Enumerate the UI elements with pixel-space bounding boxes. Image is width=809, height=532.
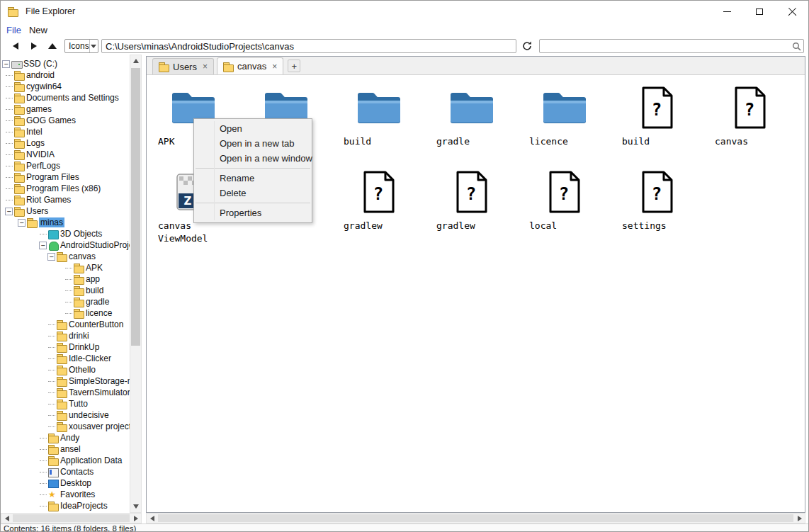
tree-item[interactable]: Program Files (x86) bbox=[1, 183, 130, 194]
tree-expander-icon[interactable] bbox=[39, 434, 47, 442]
tree-item[interactable]: − minas bbox=[1, 217, 130, 228]
new-tab-button[interactable]: + bbox=[288, 60, 300, 72]
tree-item[interactable]: SimpleStorage-m bbox=[1, 375, 130, 387]
tree-hscrollbar-thumb[interactable] bbox=[13, 514, 130, 522]
tree-expander-icon[interactable] bbox=[64, 287, 72, 295]
close-button[interactable] bbox=[776, 1, 808, 22]
tree-expander-icon[interactable] bbox=[64, 264, 72, 272]
scroll-down-button[interactable] bbox=[130, 501, 141, 512]
tree-expander-icon[interactable] bbox=[47, 378, 55, 385]
tree-vertical-scrollbar[interactable] bbox=[130, 55, 142, 513]
tree-expander-icon[interactable] bbox=[47, 332, 55, 340]
tree-item[interactable]: TavernSimulator bbox=[1, 387, 130, 398]
tree-item[interactable]: Tutto bbox=[1, 398, 130, 409]
tab-close-icon[interactable]: × bbox=[272, 62, 277, 71]
up-button[interactable] bbox=[43, 39, 62, 53]
tree-item[interactable]: Logs bbox=[1, 137, 130, 149]
file-item-licence[interactable]: licence bbox=[518, 84, 611, 169]
address-bar[interactable] bbox=[101, 39, 516, 53]
scroll-left-button[interactable] bbox=[147, 514, 157, 523]
tree-expander-icon[interactable] bbox=[5, 128, 13, 136]
tab-close-icon[interactable]: × bbox=[203, 62, 208, 71]
file-item-gradlew-1[interactable]: ? gradlew bbox=[332, 169, 425, 253]
tree-item[interactable]: Riot Games bbox=[1, 194, 130, 205]
tree-expander-icon[interactable] bbox=[39, 468, 47, 476]
back-button[interactable] bbox=[6, 39, 25, 53]
file-item-local[interactable]: ? local bbox=[518, 169, 611, 253]
menu-file[interactable]: File bbox=[6, 25, 21, 35]
main-hscrollbar-thumb[interactable] bbox=[158, 514, 793, 522]
tree-horizontal-scrollbar[interactable] bbox=[1, 513, 142, 523]
tree-expander-icon[interactable] bbox=[39, 457, 47, 465]
tree-expander-icon[interactable] bbox=[5, 83, 13, 91]
search-input[interactable] bbox=[539, 39, 804, 53]
tree-expander-icon[interactable] bbox=[64, 310, 72, 317]
tree-item[interactable]: − SSD (C:) bbox=[1, 58, 130, 69]
tree-expander-icon[interactable] bbox=[5, 196, 13, 204]
tree-expander-icon[interactable] bbox=[5, 162, 13, 170]
tree-expander-icon[interactable] bbox=[5, 72, 13, 79]
tree-expander-icon[interactable] bbox=[47, 400, 55, 408]
tree-item[interactable]: − AndroidStudioProject bbox=[1, 239, 130, 251]
tree-item[interactable]: cygwin64 bbox=[1, 81, 130, 92]
forward-button[interactable] bbox=[25, 39, 43, 53]
file-item-gradle[interactable]: gradle bbox=[425, 84, 518, 169]
tree-expander-icon[interactable] bbox=[47, 321, 55, 329]
tree-item[interactable]: Application Data bbox=[1, 455, 130, 466]
file-item-canvas-file[interactable]: ? canvas bbox=[703, 84, 796, 169]
tab-canvas[interactable]: canvas × bbox=[217, 57, 283, 74]
tree-expander-icon[interactable] bbox=[5, 151, 13, 159]
tree-item[interactable]: 3D Objects bbox=[1, 228, 130, 239]
tree-item[interactable]: − Users bbox=[1, 205, 130, 217]
tree-item[interactable]: Favorites bbox=[1, 489, 130, 500]
tree-item[interactable]: gradle bbox=[1, 296, 130, 307]
tree-item[interactable]: APK bbox=[1, 262, 130, 273]
tree-item[interactable]: IdeaProjects bbox=[1, 500, 130, 511]
tree-item[interactable]: Idle-Clicker bbox=[1, 353, 130, 364]
tree-expander-icon[interactable] bbox=[39, 502, 47, 510]
tree-expander-icon[interactable] bbox=[5, 106, 13, 113]
tree-item[interactable]: undecisive bbox=[1, 409, 130, 421]
tree-expander-icon[interactable]: − bbox=[5, 208, 13, 215]
tree-item[interactable]: − canvas bbox=[1, 251, 130, 262]
tree-expander-icon[interactable] bbox=[5, 185, 13, 193]
maximize-button[interactable] bbox=[743, 1, 776, 22]
menu-item-rename[interactable]: Rename bbox=[194, 171, 312, 186]
tree-item[interactable]: drinki bbox=[1, 330, 130, 341]
tree-item[interactable]: PerfLogs bbox=[1, 160, 130, 171]
tree-expander-icon[interactable] bbox=[39, 491, 47, 499]
tree-expander-icon[interactable] bbox=[47, 344, 55, 351]
tree-expander-icon[interactable] bbox=[39, 480, 47, 487]
scroll-up-button[interactable] bbox=[130, 55, 141, 67]
view-mode-dropdown[interactable]: Icons bbox=[64, 39, 98, 53]
tree-item[interactable]: games bbox=[1, 103, 130, 115]
tree-expander-icon[interactable] bbox=[39, 230, 47, 238]
scroll-right-button[interactable] bbox=[130, 514, 141, 523]
minimize-button[interactable] bbox=[711, 1, 743, 22]
tree-scrollbar-thumb[interactable] bbox=[131, 68, 140, 346]
file-item-build-folder[interactable]: build bbox=[332, 84, 425, 169]
tree-item[interactable]: DrinkUp bbox=[1, 341, 130, 353]
tree-expander-icon[interactable] bbox=[5, 117, 13, 125]
tree-expander-icon[interactable]: − bbox=[2, 60, 10, 68]
tree-expander-icon[interactable]: − bbox=[47, 253, 55, 261]
menu-new[interactable]: New bbox=[29, 25, 47, 35]
file-item-gradlew-2[interactable]: ? gradlew bbox=[425, 169, 518, 253]
tree-expander-icon[interactable] bbox=[5, 94, 13, 102]
menu-item-properties[interactable]: Properties bbox=[194, 205, 312, 220]
tree-expander-icon[interactable]: − bbox=[18, 219, 26, 227]
tree-item[interactable]: NVIDIA bbox=[1, 149, 130, 160]
menu-item-open-new-window[interactable]: Open in a new window bbox=[194, 151, 312, 166]
tree-expander-icon[interactable] bbox=[47, 366, 55, 374]
tree-expander-icon[interactable]: − bbox=[39, 242, 47, 249]
tree-expander-icon[interactable] bbox=[5, 174, 13, 181]
tree-item[interactable]: licence bbox=[1, 307, 130, 319]
tree-expander-icon[interactable] bbox=[64, 298, 72, 306]
tree-item[interactable]: xousaver project bbox=[1, 421, 130, 432]
tree-item[interactable]: android bbox=[1, 69, 130, 81]
tree-item[interactable]: Othello bbox=[1, 364, 130, 375]
scroll-left-button[interactable] bbox=[1, 514, 12, 523]
tab-users[interactable]: Users × bbox=[152, 58, 214, 74]
file-item-build-file[interactable]: ? build bbox=[611, 84, 703, 169]
tree-expander-icon[interactable] bbox=[47, 423, 55, 431]
